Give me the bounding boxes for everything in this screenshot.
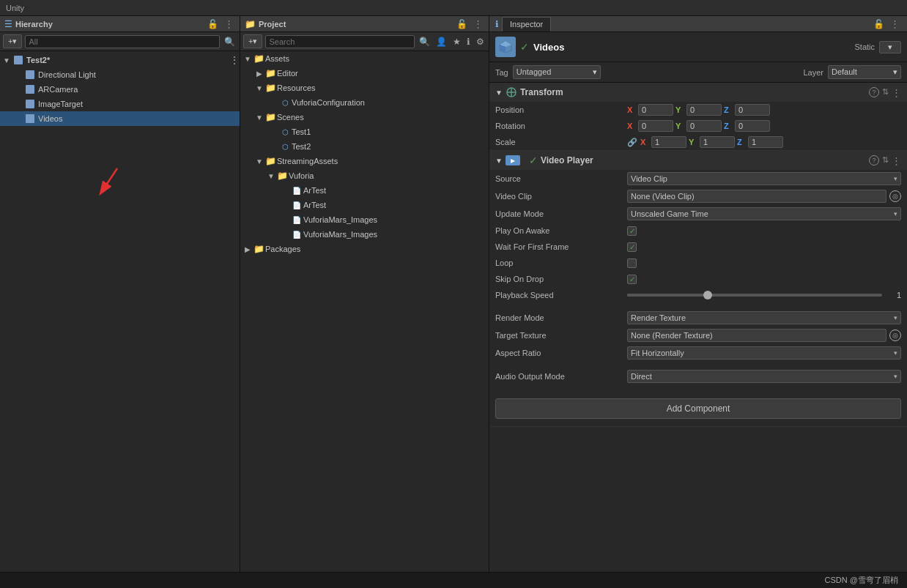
- object-active-check[interactable]: ✓: [520, 41, 529, 53]
- tree-item-arcamera[interactable]: ARCamera: [0, 82, 240, 97]
- folder-editor[interactable]: ▶ 📁 Editor: [240, 66, 489, 81]
- hierarchy-search[interactable]: [25, 35, 220, 48]
- target-texture-value: None (Render Texture) ◎: [627, 329, 901, 342]
- vp-info-icon[interactable]: ?: [869, 155, 879, 165]
- static-dropdown[interactable]: ▾: [879, 41, 901, 53]
- file-test2[interactable]: ⬡ Test2: [240, 139, 489, 154]
- source-label: Source: [495, 174, 627, 183]
- position-row: Position X Y Z: [489, 102, 907, 118]
- scale-x-input[interactable]: [651, 136, 686, 148]
- folder-arrow-vuf: ▼: [267, 172, 275, 180]
- file-vuforia-config[interactable]: ⬡ VuforiaConfiguration: [240, 95, 489, 110]
- audio-output-mode-arrow: ▾: [894, 373, 897, 380]
- project-menu-icon[interactable]: ⋮: [472, 18, 484, 30]
- folder-packages[interactable]: ▶ 📁 Packages: [240, 242, 489, 256]
- project-star-icon[interactable]: ★: [451, 36, 462, 48]
- skip-on-drop-checkbox[interactable]: ✓: [627, 275, 637, 284]
- pos-z-input[interactable]: [735, 104, 770, 116]
- playback-speed-slider[interactable]: 1: [627, 291, 901, 299]
- hierarchy-content: ▼ Test2* ⋮ Directional Light ARCamera Im…: [0, 51, 240, 572]
- tree-label-videos: Videos: [38, 114, 62, 123]
- project-settings-icon[interactable]: ⚙: [475, 36, 486, 48]
- transform-info-icon[interactable]: ?: [869, 87, 879, 97]
- project-search-icon[interactable]: 🔍: [418, 36, 432, 48]
- source-dropdown[interactable]: Video Clip ▾: [627, 172, 901, 185]
- update-mode-dropdown[interactable]: Unscaled Game Time ▾: [627, 207, 901, 220]
- tree-item-directional-light[interactable]: Directional Light: [0, 67, 240, 82]
- folder-scenes[interactable]: ▼ 📁 Scenes: [240, 110, 489, 124]
- pos-y-label: Y: [675, 105, 684, 114]
- project-vuforia-icon[interactable]: 👤: [434, 36, 448, 48]
- file-mars1[interactable]: 📄 VuforiaMars_Images: [240, 212, 489, 227]
- target-texture-target-btn[interactable]: ◎: [889, 330, 901, 341]
- add-component-button[interactable]: Add Component: [495, 398, 901, 419]
- transform-more-icon[interactable]: ⋮: [892, 87, 901, 98]
- vp-more-icon[interactable]: ⋮: [892, 155, 901, 166]
- folder-streaming-assets[interactable]: ▼ 📁 StreamingAssets: [240, 154, 489, 168]
- play-on-awake-checkbox[interactable]: ✓: [627, 226, 637, 236]
- audio-output-mode-dropdown[interactable]: Direct ▾: [627, 370, 901, 383]
- tree-item-imagetarget[interactable]: ImageTarget: [0, 97, 240, 111]
- slider-thumb[interactable]: [703, 291, 712, 299]
- rot-x-input[interactable]: [638, 120, 673, 132]
- tree-menu-test2[interactable]: ⋮: [229, 54, 240, 66]
- target-texture-field[interactable]: None (Render Texture): [627, 329, 886, 342]
- aspect-ratio-dropdown[interactable]: Fit Horizontally ▾: [627, 346, 901, 360]
- transform-title: Transform: [520, 87, 866, 97]
- scale-z-input[interactable]: [748, 136, 783, 148]
- rotation-value: X Y Z: [627, 120, 901, 132]
- file-mars2[interactable]: 📄 VuforiaMars_Images: [240, 227, 489, 242]
- video-player-header[interactable]: ▼ ▶ ✓ Video Player ? ⇅ ⋮: [489, 151, 907, 170]
- pos-y-input[interactable]: [686, 104, 722, 116]
- project-add-btn[interactable]: +▾: [243, 34, 262, 48]
- loop-checkbox[interactable]: [627, 258, 637, 268]
- inspector-tab[interactable]: Inspector: [502, 17, 551, 31]
- scale-row: Scale 🔗 X Y Z: [489, 134, 907, 150]
- folder-assets[interactable]: ▼ 📁 Assets: [240, 51, 489, 66]
- transform-sliders-icon[interactable]: ⇅: [882, 87, 889, 98]
- project-lock-icon[interactable]: 🔓: [455, 18, 469, 30]
- hierarchy-search-icon[interactable]: 🔍: [223, 36, 237, 48]
- vp-sliders-icon[interactable]: ⇅: [882, 155, 889, 166]
- playback-speed-value: 1: [886, 291, 901, 299]
- hierarchy-add-btn[interactable]: +▾: [3, 34, 22, 48]
- folder-label-sa: StreamingAssets: [277, 157, 338, 165]
- inspector-menu-icon[interactable]: ⋮: [889, 18, 901, 30]
- rot-y-input[interactable]: [686, 120, 722, 132]
- scale-y-input[interactable]: [700, 136, 735, 148]
- file-test1[interactable]: ⬡ Test1: [240, 124, 489, 139]
- hierarchy-lock-icon[interactable]: 🔓: [206, 18, 220, 30]
- project-search[interactable]: [265, 35, 415, 48]
- video-clip-target-btn[interactable]: ◎: [889, 190, 901, 202]
- folder-arrow-assets: ▼: [243, 55, 252, 63]
- project-info-icon[interactable]: ℹ: [465, 36, 472, 48]
- tree-item-test2[interactable]: ▼ Test2* ⋮: [0, 53, 240, 67]
- inspector-lock-icon[interactable]: 🔓: [872, 18, 886, 30]
- folder-resources[interactable]: ▼ 📁 Resources: [240, 81, 489, 95]
- target-texture-row: Target Texture None (Render Texture) ◎: [489, 327, 907, 344]
- audio-output-mode-row: Audio Output Mode Direct ▾: [489, 368, 907, 385]
- rot-y-label: Y: [675, 122, 684, 130]
- transform-header[interactable]: ▼ Transform ? ⇅ ⋮: [489, 83, 907, 102]
- file-icon-t1: ⬡: [280, 128, 290, 136]
- scale-lock-icon[interactable]: 🔗: [627, 138, 637, 147]
- layer-dropdown[interactable]: Default ▾: [828, 65, 901, 79]
- tag-dropdown[interactable]: Untagged ▾: [513, 65, 601, 79]
- video-clip-field[interactable]: None (Video Clip): [627, 190, 886, 203]
- render-mode-dropdown[interactable]: Render Texture ▾: [627, 311, 901, 324]
- file-artest2[interactable]: 📄 ArTest: [240, 198, 489, 212]
- folder-label-pkg: Packages: [265, 245, 300, 253]
- folder-vuforia[interactable]: ▼ 📁 Vuforia: [240, 168, 489, 183]
- vp-active-check[interactable]: ✓: [529, 155, 538, 166]
- tag-label: Tag: [495, 68, 508, 77]
- file-artest1[interactable]: 📄 ArTest: [240, 183, 489, 198]
- tree-item-videos[interactable]: Videos: [0, 111, 240, 126]
- hierarchy-toolbar: +▾ 🔍: [0, 32, 240, 51]
- pos-x-input[interactable]: [638, 104, 673, 116]
- rot-z-input[interactable]: [735, 120, 770, 132]
- folder-label-scenes: Scenes: [277, 113, 304, 122]
- render-mode-value: Render Texture: [631, 313, 686, 322]
- hierarchy-menu-icon[interactable]: ⋮: [223, 18, 235, 30]
- wait-for-first-frame-checkbox[interactable]: ✓: [627, 242, 637, 252]
- inspector-icon: ℹ: [495, 19, 499, 29]
